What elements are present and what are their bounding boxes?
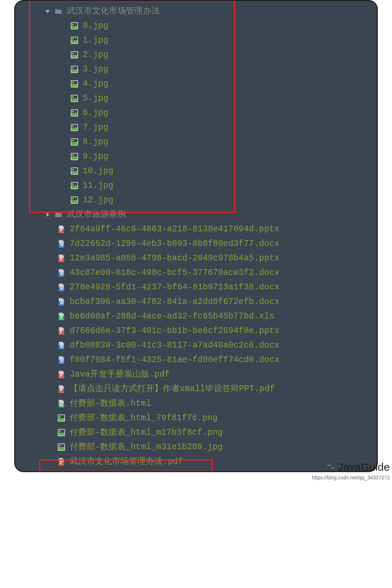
file-label: 5.jpg [83, 94, 109, 103]
tree-image-row[interactable]: 2.jpg [15, 48, 377, 62]
file-label: 11.jpg [83, 182, 114, 190]
tree-file-row[interactable]: be6d60af-288d-4ace-ad32-fc65b45b77bd.xls [15, 309, 377, 324]
file-label: 付费部-数据表_html_m17b3f8cf.png [70, 429, 223, 437]
tree-file-row[interactable]: 2f64a9ff-46c6-4863-a218-8138e417094d.ppt… [15, 222, 377, 236]
svg-point-16 [327, 465, 328, 466]
svg-point-17 [330, 465, 331, 466]
file-label: Java开发手册嵩山版.pdf [70, 370, 170, 379]
tree-image-row[interactable]: 8.jpg [15, 135, 377, 149]
svg-point-19 [333, 467, 334, 468]
file-label: 1.jpg [83, 36, 109, 45]
image-icon [70, 36, 78, 44]
tree-file-row[interactable]: f80f7084-f5f1-4325-81ae-fd00eff74cd0.doc… [15, 353, 377, 367]
image-icon [70, 22, 78, 30]
file-label: 7d22652d-1296-4eb3-b093-8b8f80ed3f77.doc… [70, 240, 279, 248]
tree-file-row[interactable]: 278e4928-5fd1-4237-bf64-81b9713a1f38.doc… [15, 280, 377, 295]
tree-file-row[interactable]: 付费部-数据表_html_79f81f76.png [15, 411, 377, 425]
tree-file-row[interactable]: Java开发手册嵩山版.pdf [15, 367, 377, 382]
file-label: 【请点击只读方式打开】作者xmall毕设答辩PPT.pdf [70, 385, 275, 393]
tree-image-row[interactable]: 9.jpg [15, 149, 377, 164]
docx-icon [57, 269, 65, 277]
tree-image-row[interactable]: 5.jpg [15, 91, 377, 106]
file-label: f80f7084-f5f1-4325-81ae-fd00eff74cd0.doc… [70, 356, 279, 364]
tree-image-row[interactable]: 6.jpg [15, 106, 377, 120]
tree-image-row[interactable]: 1.jpg [15, 33, 377, 48]
file-label: 12e3a985-a058-4798-bacd-2649c978b4a5.ppt… [70, 254, 279, 263]
tree-file-row[interactable]: d7666d6e-37f3-401c-bb1b-be6cf2694f8e.ppt… [15, 324, 377, 338]
file-label: 付费部-数据表.html [70, 400, 151, 408]
watermark: JavaGuide https://blog.csdn.net/qq_34337… [312, 461, 390, 480]
tree-image-row[interactable]: 10.jpg [15, 164, 377, 178]
file-label: 12.jpg [83, 196, 114, 204]
tree-file-row[interactable]: 43c87e00-018c-498c-bcf5-377670ace3f2.doc… [15, 265, 377, 280]
wechat-icon [326, 462, 336, 472]
svg-point-18 [331, 467, 332, 468]
file-label: 武汉市文化市场管理办法.pdf [70, 458, 183, 466]
file-label: 2f64a9ff-46c6-4863-a218-8138e417094d.ppt… [70, 225, 279, 234]
pdf-icon [57, 458, 65, 466]
folder-row-expanded[interactable]: 武汉市文化市场管理办法 [15, 4, 377, 19]
docx-icon [57, 240, 65, 248]
folder-row-collapsed[interactable]: 武汉市旅游条例 [15, 207, 377, 222]
file-label: 付费部-数据表_html_79f81f76.png [70, 414, 218, 422]
file-label: be6d60af-288d-4ace-ad32-fc65b45b77bd.xls [70, 312, 274, 321]
file-label: 7.jpg [83, 123, 109, 132]
file-label: 278e4928-5fd1-4237-bf64-81b9713a1f38.doc… [70, 283, 279, 292]
tree-image-row[interactable]: 11.jpg [15, 178, 377, 193]
docx-icon [57, 341, 65, 349]
folder-label: 武汉市旅游条例 [67, 211, 126, 219]
tree-file-row[interactable]: 7d22652d-1296-4eb3-b093-8b8f80ed3f77.doc… [15, 236, 377, 251]
tree-file-row[interactable]: dfb08839-3c00-41c3-8117-a7ad48a0c2c6.doc… [15, 338, 377, 353]
tree-image-row[interactable]: 4.jpg [15, 77, 377, 91]
file-label: 2.jpg [83, 51, 109, 59]
tree-file-row[interactable]: 12e3a985-a058-4798-bacd-2649c978b4a5.ppt… [15, 251, 377, 265]
folder-label: 武汉市文化市场管理办法 [67, 7, 160, 16]
image-icon [70, 94, 78, 102]
file-label: bcbaf396-aa30-4782-841a-a2dd0f672efb.doc… [70, 298, 279, 306]
tree-image-row[interactable]: 0.jpg [15, 19, 377, 33]
tree-file-row[interactable]: 【请点击只读方式打开】作者xmall毕设答辩PPT.pdf [15, 382, 377, 396]
chevron-right-icon[interactable] [44, 211, 52, 219]
image-icon [70, 138, 78, 146]
file-label: 3.jpg [83, 65, 109, 74]
file-label: 43c87e00-018c-498c-bcf5-377670ace3f2.doc… [70, 269, 279, 277]
svg-point-15 [330, 466, 335, 471]
pptx-icon [57, 254, 65, 262]
folder-icon [54, 7, 62, 15]
image-icon [70, 196, 78, 204]
docx-icon [57, 356, 65, 364]
file-tree-panel: 武汉市文化市场管理办法 0.jpg1.jpg2.jpg3.jpg4.jpg5.j… [14, 0, 378, 472]
tree-file-row[interactable]: 付费部-数据表_html_m31e1b289.jpg [15, 440, 377, 454]
file-label: 6.jpg [83, 109, 109, 117]
tree-file-row[interactable]: 付费部-数据表.html [15, 396, 377, 411]
watermark-url: https://blog.csdn.net/qq_34337272 [312, 475, 390, 480]
chevron-down-icon[interactable] [44, 7, 52, 15]
file-label: 4.jpg [83, 80, 109, 88]
tree-image-row[interactable]: 3.jpg [15, 62, 377, 77]
file-label: 8.jpg [83, 138, 109, 146]
html-icon [57, 400, 65, 407]
pptx-icon [57, 225, 65, 233]
image-icon [70, 123, 78, 131]
image-icon [70, 167, 78, 175]
image-icon [70, 153, 78, 161]
image-icon [70, 109, 78, 117]
image-icon [57, 414, 65, 422]
pdf-icon [57, 370, 65, 378]
pptx-icon [57, 327, 65, 335]
pdf-icon [57, 385, 65, 393]
tree-file-row[interactable]: 付费部-数据表_html_m17b3f8cf.png [15, 425, 377, 440]
folder-icon [54, 211, 62, 219]
tree-image-row[interactable]: 7.jpg [15, 120, 377, 135]
tree-file-row[interactable]: bcbaf396-aa30-4782-841a-a2dd0f672efb.doc… [15, 295, 377, 309]
file-label: 10.jpg [83, 167, 114, 175]
image-icon [70, 51, 78, 59]
docx-icon [57, 298, 65, 306]
file-label: 9.jpg [83, 153, 109, 161]
image-icon [70, 80, 78, 88]
file-label: dfb08839-3c00-41c3-8117-a7ad48a0c2c6.doc… [70, 341, 279, 350]
docx-icon [57, 283, 65, 291]
xls-icon [57, 312, 65, 320]
file-label: d7666d6e-37f3-401c-bb1b-be6cf2694f8e.ppt… [70, 327, 279, 335]
tree-image-row[interactable]: 12.jpg [15, 193, 377, 207]
